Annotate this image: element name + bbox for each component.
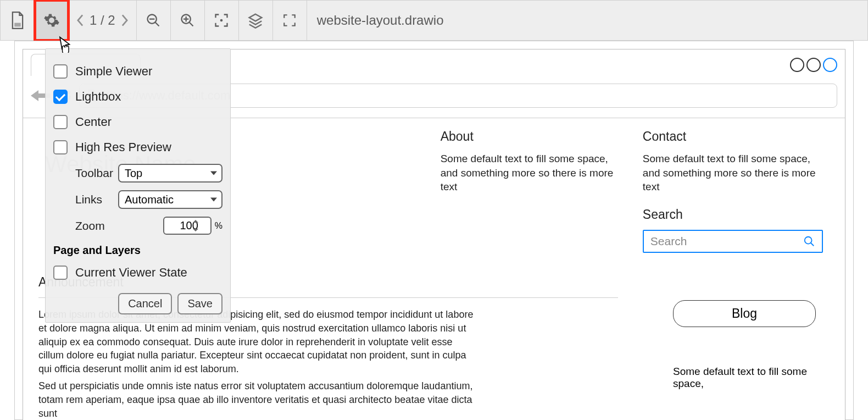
zoom-option-label: Zoom [75, 219, 105, 233]
page-indicator: 1 / 2 [90, 13, 115, 28]
center-option[interactable]: Center [53, 109, 222, 135]
checkbox-icon[interactable] [53, 64, 68, 79]
window-circle-icon [823, 58, 837, 72]
zoom-suffix: % [215, 221, 222, 231]
svg-line-2 [155, 23, 159, 26]
svg-line-10 [811, 243, 814, 246]
svg-point-9 [805, 237, 812, 244]
current-viewer-state-option[interactable]: Current Viewer State [53, 260, 222, 285]
search-placeholder: Search [650, 235, 687, 248]
svg-line-5 [190, 23, 193, 26]
contact-body: Some default text to fill some space, an… [643, 152, 823, 194]
lightbox-label: Lightbox [75, 90, 121, 104]
save-button[interactable]: Save [177, 293, 222, 314]
fit-page-button[interactable] [205, 0, 239, 41]
zoom-out-button[interactable] [137, 0, 171, 41]
checkbox-icon[interactable] [53, 115, 68, 129]
cancel-button[interactable]: Cancel [118, 293, 172, 314]
search-box: Search [643, 230, 823, 253]
layers-button[interactable] [239, 0, 273, 41]
next-page-icon[interactable] [121, 14, 129, 26]
page-layers-heading: Page and Layers [53, 239, 222, 260]
toolbar: 1 / 2 website-layout.drawio [0, 0, 868, 41]
search-title: Search [643, 207, 823, 222]
lorem-paragraph-2: Sed ut perspiciatis unde omnis iste natu… [38, 379, 478, 420]
search-icon [803, 235, 815, 247]
window-controls [790, 58, 837, 72]
filename-label: website-layout.drawio [307, 13, 454, 28]
links-option-label: Links [75, 193, 102, 206]
links-select[interactable]: Automatic [118, 190, 222, 209]
svg-point-8 [220, 19, 223, 22]
high-res-option[interactable]: High Res Preview [53, 135, 222, 160]
toolbar-option-label: Toolbar [75, 167, 113, 180]
settings-menu: Simple Viewer Lightbox Center High Res P… [45, 48, 231, 323]
blog-button: Blog [673, 300, 816, 327]
high-res-label: High Res Preview [75, 140, 171, 154]
center-label: Center [75, 115, 112, 129]
blog-text: Some default text to fill some space, [673, 366, 823, 390]
simple-viewer-label: Simple Viewer [75, 64, 152, 79]
toolbar-select[interactable]: Top [118, 164, 222, 183]
window-circle-icon [790, 58, 804, 72]
svg-rect-0 [14, 23, 20, 27]
settings-button[interactable] [35, 0, 69, 41]
checkbox-icon[interactable] [53, 140, 68, 154]
about-title: About [441, 129, 621, 144]
fullscreen-button[interactable] [273, 0, 307, 41]
page-navigator: 1 / 2 [69, 0, 137, 41]
checkbox-icon[interactable] [53, 266, 68, 280]
zoom-input[interactable] [163, 217, 212, 235]
checkbox-icon[interactable] [53, 90, 68, 104]
zoom-in-button[interactable] [171, 0, 205, 41]
about-body: Some default text to fill some space, an… [441, 152, 621, 194]
window-circle-icon [806, 58, 821, 72]
current-viewer-state-label: Current Viewer State [75, 266, 187, 280]
prev-page-icon[interactable] [76, 14, 84, 26]
simple-viewer-option[interactable]: Simple Viewer [53, 59, 222, 84]
contact-title: Contact [643, 129, 823, 144]
new-document-button[interactable] [1, 0, 35, 41]
lightbox-option[interactable]: Lightbox [53, 84, 222, 109]
